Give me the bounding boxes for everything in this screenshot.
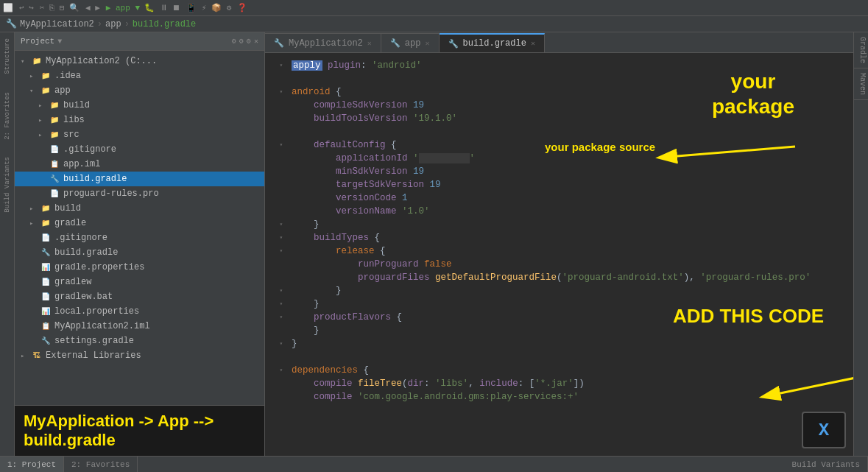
settingsgradle-icon: 🔧	[40, 336, 52, 346]
tree-label-build-root: build	[54, 203, 81, 214]
gutter-1[interactable]: ▾	[274, 59, 289, 72]
tree-label-gradleprops: gradle.properties	[54, 262, 144, 272]
panel-icon-gear[interactable]: ⚙	[239, 37, 244, 46]
line-content-9: minSdkVersion 19	[289, 165, 853, 178]
left-icon-strip: Structure 2: Favorites Build Variants	[0, 32, 15, 456]
bottom-tab-favorites[interactable]: 2: Favorites	[64, 457, 138, 472]
code-line-15: ▾ release {	[271, 244, 853, 258]
favorites-tab[interactable]: 2: Favorites	[4, 92, 11, 140]
tree-item-gradleprops[interactable]: ▸ 📊 gradle.properties	[15, 260, 264, 275]
tab-close-buildgradle[interactable]: ✕	[531, 39, 535, 48]
gradlew-icon: 📄	[40, 277, 52, 287]
gutter-18[interactable]: ▾	[274, 284, 289, 297]
tree-item-buildgradle[interactable]: ▸ 🔧 build.gradle	[15, 172, 264, 186]
breadcrumb-myapp2[interactable]: MyApplication2	[20, 19, 94, 29]
tree-label-localprops: local.properties	[54, 306, 139, 317]
tree-item-localprops[interactable]: ▸ 📊 local.properties	[15, 304, 264, 319]
code-editor[interactable]: ▾ apply plugin: 'android' ▾ android { co…	[265, 53, 853, 456]
gutter-7[interactable]: ▾	[274, 138, 289, 152]
sidebar-bottom: MyApplication -> App --> build.gradle	[15, 405, 264, 456]
build-variants-tab[interactable]: Build Variants	[4, 157, 11, 213]
tree-item-proguard[interactable]: ▸ 📄 proguard-rules.pro	[15, 186, 264, 201]
tree-item-gitignore-app[interactable]: ▸ 📄 .gitignore	[15, 142, 264, 157]
line-content-1: apply plugin: 'android'	[289, 59, 853, 72]
line-content-19: }	[289, 297, 853, 311]
breadcrumb-app[interactable]: app	[105, 19, 121, 29]
gitignore-root-icon: 📄	[40, 233, 52, 243]
tree-item-libs[interactable]: ▸ 📁 libs	[15, 113, 264, 127]
gutter-20[interactable]: ▾	[274, 311, 289, 324]
tree-item-build-app[interactable]: ▸ 📁 build	[15, 98, 264, 113]
panel-dropdown[interactable]: ▼	[57, 38, 62, 46]
tree-item-extlibs[interactable]: ▸ 🏗 External Libraries	[15, 348, 264, 363]
tree-item-app[interactable]: ▾ 📁 app	[15, 83, 264, 98]
tree-item-src[interactable]: ▸ 📁 src	[15, 127, 264, 142]
right-tab-maven[interactable]: Maven	[854, 68, 868, 100]
line-content-11: versionCode 1	[289, 191, 853, 205]
tree-item-settingsgradle[interactable]: ▸ 🔧 settings.gradle	[15, 334, 264, 348]
libs-folder-icon: 📁	[49, 115, 60, 125]
structure-tab[interactable]: Structure	[4, 38, 11, 74]
line-content-15: release {	[289, 244, 853, 258]
panel-icon-settings[interactable]: ⚙	[247, 37, 251, 46]
tree-arrow-gradle-folder: ▸	[29, 219, 38, 228]
code-line-4: compileSdkVersion 19	[271, 99, 853, 112]
line-content-17: proguardFiles getDefaultProguardFile('pr…	[289, 271, 853, 284]
gutter-19[interactable]: ▾	[274, 297, 289, 311]
tree-item-build-root[interactable]: ▸ 📁 build	[15, 201, 264, 216]
tree-item-gradlew[interactable]: ▸ 📄 gradlew	[15, 275, 264, 289]
tree-item-gradlewbat[interactable]: ▸ 📄 gradlew.bat	[15, 289, 264, 304]
code-line-25: compile fileTree(dir: 'libs', include: […	[271, 377, 853, 390]
tree-arrow-libs: ▸	[38, 116, 47, 124]
tree-item-root[interactable]: ▾ 📁 MyApplication2 (C:...	[15, 54, 264, 68]
breadcrumb-buildgradle[interactable]: build.gradle	[133, 19, 196, 29]
localprops-icon: 📊	[40, 306, 52, 317]
gutter-3[interactable]: ▾	[274, 85, 289, 99]
line-content-26: compile 'com.google.android.gms:play-ser…	[289, 390, 853, 404]
tree-item-idea[interactable]: ▸ 📁 .idea	[15, 68, 264, 83]
line-content-24: dependencies {	[289, 364, 853, 377]
code-line-14: ▾ buildTypes {	[271, 231, 853, 244]
code-line-16: runProguard false	[271, 258, 853, 271]
gutter-14[interactable]: ▾	[274, 231, 289, 244]
tree-item-appiml[interactable]: ▸ 📋 app.iml	[15, 157, 264, 172]
gutter-13[interactable]: ▾	[274, 218, 289, 231]
line-content-21: }	[289, 324, 853, 337]
code-line-2	[271, 72, 853, 85]
tree-label-gitignore-app: .gitignore	[63, 144, 116, 155]
tree-arrow-app: ▾	[29, 87, 38, 95]
tree-item-buildgradle-root[interactable]: ▸ 🔧 build.gradle	[15, 245, 264, 260]
toolbar-icon-6: ❓	[237, 3, 247, 13]
panel-icon-close[interactable]: ✕	[254, 37, 258, 46]
myapp2iml-icon: 📋	[40, 321, 52, 331]
tab-app[interactable]: 🔧 app ✕	[381, 33, 440, 52]
tree-item-gradle-folder[interactable]: ▸ 📁 gradle	[15, 216, 264, 230]
tab-close-app[interactable]: ✕	[425, 39, 429, 48]
toolbar: ⬜ ↩ ↪ ✂ ⎘ ⊟ 🔍 ◀ ▶ ▶ app ▼ 🐛 ⏸ ⏹ 📱 ⚡ 📦 ⚙ …	[0, 0, 868, 16]
tree-label-buildgradle-root: build.gradle	[54, 247, 118, 258]
line-content-6	[289, 125, 853, 138]
bottom-tab-project[interactable]: 1: Project	[0, 457, 64, 472]
proguard-icon: 📄	[49, 189, 60, 199]
bottom-tab-buildvariants[interactable]: Build Variants	[785, 457, 868, 472]
tree-arrow-extlibs: ▸	[21, 352, 29, 360]
line-content-13: }	[289, 218, 853, 231]
tree-item-gitignore-root[interactable]: ▸ 📄 .gitignore	[15, 230, 264, 245]
gutter-24[interactable]: ▾	[274, 364, 289, 377]
tree-item-myapp2iml[interactable]: ▸ 📋 MyApplication2.iml	[15, 319, 264, 334]
tab-label-buildgradle: build.gradle	[463, 38, 526, 49]
run-button[interactable]: ▶ app ▼	[106, 3, 140, 13]
tab-buildgradle[interactable]: 🔧 build.gradle ✕	[440, 33, 545, 52]
line-content-3: android {	[289, 85, 853, 99]
code-line-9: minSdkVersion 19	[271, 165, 853, 178]
tab-bar: 🔧 MyApplication2 ✕ 🔧 app ✕ 🔧 build.gradl…	[265, 32, 853, 53]
right-tab-gradle[interactable]: Gradle	[854, 32, 868, 68]
tab-myapp2[interactable]: 🔧 MyApplication2 ✕	[265, 33, 381, 52]
tab-close-myapp2[interactable]: ✕	[367, 39, 372, 48]
gutter-15[interactable]: ▾	[274, 244, 289, 258]
gitignore-icon: 📄	[49, 144, 60, 155]
panel-icon-sync[interactable]: ⚙	[232, 37, 236, 46]
debug-button[interactable]: 🐛 ⏸ ⏹	[144, 3, 180, 13]
gutter-22[interactable]: ▾	[274, 337, 289, 351]
tab-gradle-icon-active: 🔧	[448, 39, 459, 49]
